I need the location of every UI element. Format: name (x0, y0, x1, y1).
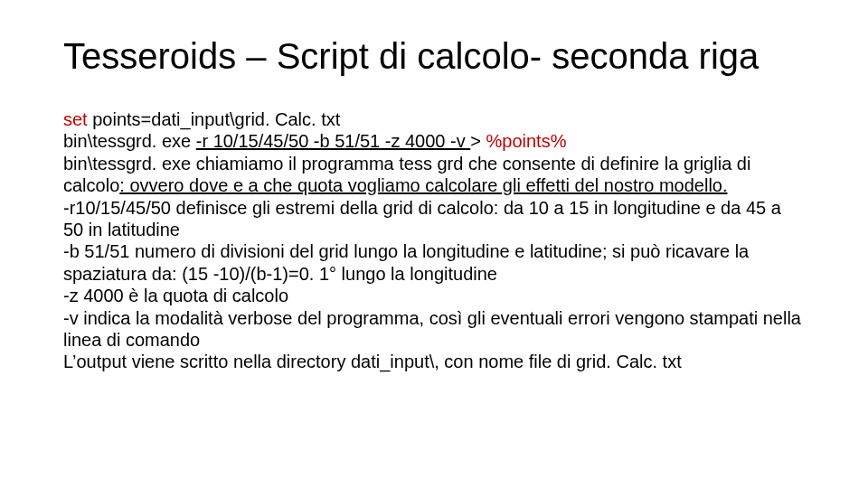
slide-title: Tesseroids – Script di calcolo- seconda … (63, 36, 805, 76)
desc-line-5: -b 51/51 numero di divisioni del grid lu… (63, 240, 805, 285)
code-line-2: bin\tessgrd. exe -r 10/15/45/50 -b 51/51… (63, 130, 805, 152)
code-line-1-path: points=dati_input\grid. Calc. txt (92, 109, 340, 129)
desc-line-3: bin\tessgrd. exe chiamiamo il programma … (63, 153, 805, 197)
desc-line-8: L’output viene scritto nella directory d… (63, 351, 805, 372)
code-line-2-var: %points% (486, 131, 567, 151)
desc-line-3b: : ovvero dove e a che quota vogliamo cal… (119, 175, 727, 195)
code-line-2-args: -r 10/15/45/50 -b 51/51 -z 4000 -v (196, 131, 471, 151)
desc-line-6: -z 4000 è la quota di calcolo (63, 285, 805, 306)
code-line-2-cmd: bin\tessgrd. exe (63, 131, 196, 151)
code-line-2-redir: > (470, 131, 486, 151)
desc-line-4: -r10/15/45/50 definisce gli estremi dell… (63, 197, 805, 241)
slide: Tesseroids – Script di calcolo- seconda … (0, 0, 868, 488)
code-line-1: set points=dati_input\grid. Calc. txt (63, 108, 805, 130)
slide-body: set points=dati_input\grid. Calc. txt bi… (63, 108, 805, 373)
keyword-set: set (63, 109, 92, 129)
desc-line-7: -v indica la modalità verbose del progra… (63, 307, 805, 352)
